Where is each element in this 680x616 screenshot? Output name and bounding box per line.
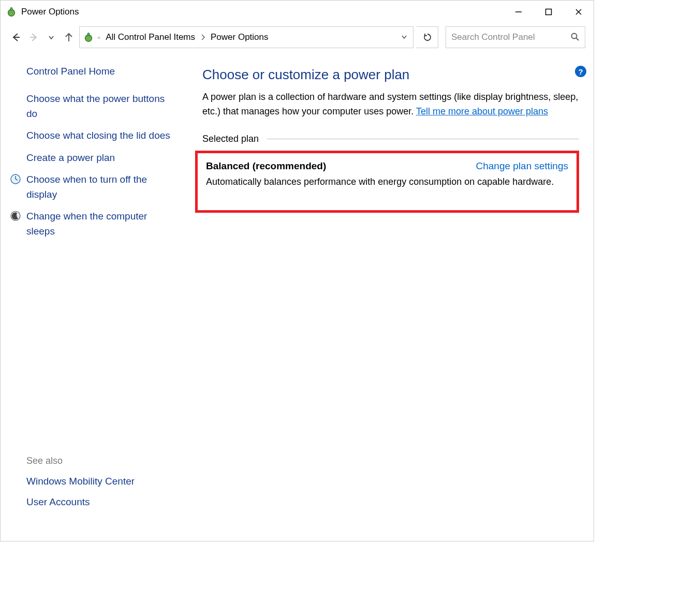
control-panel-home-link[interactable]: Control Panel Home [26, 66, 176, 77]
window: Power Options « All Contr [0, 0, 594, 541]
see-also-mobility-center[interactable]: Windows Mobility Center [26, 476, 176, 487]
breadcrumb-all-items[interactable]: All Control Panel Items [104, 31, 197, 43]
forward-button[interactable] [26, 30, 41, 45]
clock-icon [10, 173, 21, 185]
selected-plan-header: Selected plan [202, 134, 579, 144]
page-heading: Choose or customize a power plan [202, 67, 579, 83]
power-options-icon [83, 32, 94, 43]
sidebar-item-display-off[interactable]: Choose when to turn off the display [26, 172, 176, 202]
section-label: Selected plan [202, 134, 259, 144]
search-box[interactable] [446, 26, 585, 48]
sidebar-item-computer-sleeps[interactable]: Change when the computer sleeps [26, 209, 176, 239]
sidebar-item-label[interactable]: Choose what the power buttons do [26, 92, 176, 121]
plan-description: Automatically balances performance with … [206, 175, 568, 189]
recent-locations-button[interactable] [44, 30, 58, 45]
section-divider [267, 139, 579, 139]
change-plan-settings-link[interactable]: Change plan settings [476, 160, 568, 172]
svg-rect-3 [546, 9, 552, 15]
plan-name: Balanced (recommended) [206, 160, 326, 172]
tell-more-link[interactable]: Tell me more about power plans [416, 106, 548, 116]
back-button[interactable] [9, 30, 23, 45]
sidebar-item-label[interactable]: Change when the computer sleeps [26, 209, 176, 239]
sidebar-item-create-plan[interactable]: Create a power plan [26, 151, 176, 166]
search-input[interactable] [451, 32, 570, 42]
main-content: Choose or customize a power plan A power… [187, 54, 594, 538]
sidebar-item-closing-lid[interactable]: Choose what closing the lid does [26, 128, 176, 143]
search-icon[interactable] [570, 32, 580, 43]
see-also-user-accounts[interactable]: User Accounts [26, 496, 176, 508]
see-also-title: See also [26, 456, 176, 466]
sidebar-item-label[interactable]: Choose when to turn off the display [26, 172, 176, 202]
navigation-bar: « All Control Panel Items Power Options [1, 23, 594, 54]
refresh-button[interactable] [417, 26, 438, 48]
minimize-button[interactable] [504, 2, 534, 22]
window-title: Power Options [21, 7, 79, 17]
address-bar[interactable]: « All Control Panel Items Power Options [79, 26, 413, 48]
sidebar: Control Panel Home Choose what the power… [1, 54, 187, 538]
see-also-section: See also Windows Mobility Center User Ac… [26, 456, 176, 527]
breadcrumb-prev-icon[interactable]: « [97, 34, 100, 40]
moon-icon [10, 210, 21, 222]
content-body: Control Panel Home Choose what the power… [1, 54, 594, 538]
titlebar: Power Options [1, 1, 594, 23]
maximize-button[interactable] [534, 2, 564, 22]
svg-line-12 [576, 38, 579, 40]
page-description: A power plan is a collection of hardware… [202, 90, 579, 119]
selected-plan-box: Balanced (recommended) Change plan setti… [195, 151, 579, 213]
svg-rect-10 [87, 33, 90, 36]
sidebar-item-label[interactable]: Create a power plan [26, 151, 115, 166]
power-options-icon [6, 6, 17, 18]
sidebar-item-power-buttons[interactable]: Choose what the power buttons do [26, 92, 176, 121]
svg-rect-1 [10, 8, 12, 11]
help-icon[interactable]: ? [575, 66, 586, 77]
breadcrumb-power-options[interactable]: Power Options [209, 31, 271, 43]
chevron-right-icon[interactable] [200, 33, 205, 42]
sidebar-item-label[interactable]: Choose what closing the lid does [26, 128, 170, 143]
up-button[interactable] [62, 30, 76, 45]
address-dropdown-button[interactable] [398, 33, 410, 42]
close-button[interactable] [564, 2, 594, 22]
svg-point-11 [572, 33, 577, 38]
